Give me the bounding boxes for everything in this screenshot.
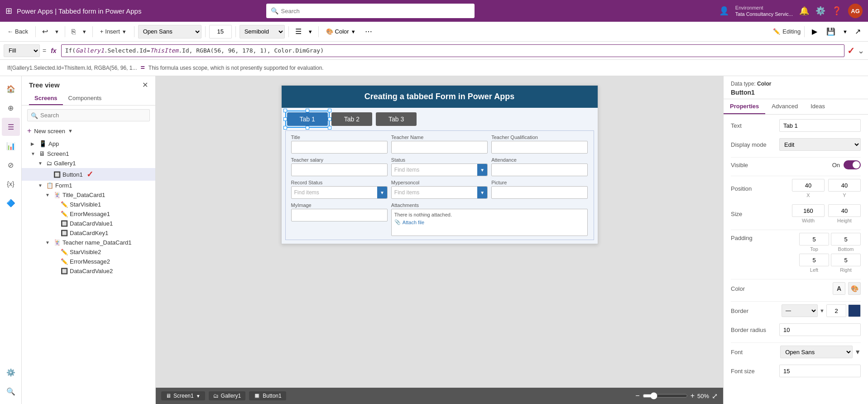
canvas-tab-1[interactable]: Tab 1 <box>287 112 328 126</box>
font-size-prop-input[interactable] <box>779 365 861 377</box>
tree-search-input[interactable] <box>27 109 150 121</box>
field-mypersoncol-dropdown[interactable]: Find items ▼ <box>391 186 488 199</box>
tab-2-button[interactable]: Tab 2 <box>331 112 372 126</box>
nav-icon-media[interactable]: 🔷 <box>2 194 20 212</box>
tree-item-title-datacard1[interactable]: ▼ 🃏 Title_DataCard1 <box>22 190 155 200</box>
position-y-input[interactable] <box>828 179 861 192</box>
border-style-select[interactable]: — <box>782 304 818 317</box>
align-dropdown[interactable]: ▼ <box>306 27 315 36</box>
grid-icon[interactable]: ⊞ <box>5 6 12 16</box>
handle-tl[interactable] <box>283 109 287 112</box>
tab-components[interactable]: Components <box>63 92 107 105</box>
position-x-input[interactable] <box>792 179 825 192</box>
font-select[interactable]: Open Sans <box>138 25 201 38</box>
right-tab-ideas[interactable]: Ideas <box>804 99 831 114</box>
field-teacher-qual-input[interactable] <box>491 141 588 154</box>
font-weight-select[interactable]: Semibold <box>240 25 285 38</box>
insert-button[interactable]: + Insert ▼ <box>96 26 130 37</box>
tree-item-gallery1[interactable]: ▼ 🗂 Gallery1 <box>22 159 155 168</box>
prop-visible-toggle[interactable]: On <box>832 160 861 169</box>
undo-button[interactable]: ↩ <box>39 25 51 38</box>
padding-top-input[interactable] <box>799 233 829 245</box>
bottom-button-tab[interactable]: 🔲 Button1 <box>249 391 286 400</box>
tree-item-form1[interactable]: ▼ 📋 Form1 <box>22 181 155 190</box>
field-teacher-name-input[interactable] <box>391 141 488 154</box>
tab-screens[interactable]: Screens <box>29 92 63 105</box>
right-tab-advanced[interactable]: Advanced <box>765 99 804 114</box>
nav-icon-tree[interactable]: ☰ <box>2 118 20 136</box>
tree-item-starvisible2[interactable]: ✏️ StarVisible2 <box>22 247 155 257</box>
padding-bottom-input[interactable] <box>831 233 861 245</box>
top-search-bar[interactable]: 🔍 <box>266 4 475 18</box>
field-record-status-dropdown[interactable]: Find items ▼ <box>291 186 388 199</box>
border-radius-input[interactable] <box>779 323 861 336</box>
tree-item-errormsg2[interactable]: ✏️ ErrorMessage2 <box>22 257 155 266</box>
tree-item-datacardkey1[interactable]: 🔲 DataCardKey1 <box>22 228 155 238</box>
copy-button[interactable]: ⎘ <box>69 26 78 37</box>
tree-item-app[interactable]: ▶ 📱 App <box>22 139 155 149</box>
formula-property-select[interactable]: Fill <box>4 44 40 57</box>
nav-icon-home[interactable]: 🏠 <box>2 80 20 98</box>
field-salary-input[interactable] <box>291 164 388 176</box>
nav-icon-add[interactable]: ⊕ <box>2 99 20 117</box>
toggle-switch[interactable] <box>844 160 861 169</box>
save-dropdown[interactable]: ▼ <box>841 27 849 36</box>
search-input[interactable] <box>281 8 470 14</box>
field-picture-input[interactable] <box>491 186 588 199</box>
zoom-expand-button[interactable]: ⤢ <box>712 392 718 400</box>
zoom-slider[interactable] <box>643 392 688 399</box>
padding-left-input[interactable] <box>799 254 829 266</box>
back-button[interactable]: ← Back <box>4 26 32 37</box>
handle-tr[interactable] <box>328 109 331 112</box>
handle-mr[interactable] <box>328 117 331 121</box>
avatar[interactable]: AG <box>848 4 863 18</box>
bottom-gallery-tab[interactable]: 🗂 Gallery1 <box>209 391 246 400</box>
tree-item-errormsg1[interactable]: ✏️ ErrorMessage1 <box>22 209 155 219</box>
handle-ml[interactable] <box>283 117 287 121</box>
prop-text-input[interactable] <box>779 119 861 132</box>
tree-item-button1[interactable]: 🔲 Button1 ✓ <box>22 168 155 181</box>
nav-icon-code[interactable]: {x} <box>2 175 20 193</box>
tree-item-datacardvalue1[interactable]: 🔲 DataCardValue1 <box>22 219 155 228</box>
nav-icon-variables[interactable]: ⊘ <box>2 156 20 174</box>
prop-display-mode-select[interactable]: Edit <box>779 138 861 151</box>
copy-dropdown[interactable]: ▼ <box>80 27 89 36</box>
new-screen-btn[interactable]: + New screen ▼ <box>22 125 155 139</box>
preview-button[interactable]: ▶ <box>808 25 821 38</box>
padding-right-input[interactable] <box>831 254 861 266</box>
nav-icon-search-bottom[interactable]: 🔍 <box>2 382 20 400</box>
publish-button[interactable]: ↗ <box>851 25 864 38</box>
size-h-input[interactable] <box>828 204 861 217</box>
align-button[interactable]: ☰ <box>293 25 304 38</box>
tree-item-teachername-datacard1[interactable]: ▼ 🃏 Teacher name_DataCard1 <box>22 238 155 247</box>
formula-input-container[interactable]: If(Gallery1.Selected.Id=ThisItem.Id, RGB… <box>61 44 844 57</box>
attach-link[interactable]: 📎 Attach file <box>394 219 585 225</box>
field-title-input[interactable] <box>291 141 388 154</box>
handle-bl[interactable] <box>283 126 287 130</box>
zoom-plus-button[interactable]: + <box>691 392 695 400</box>
handle-bm[interactable] <box>306 126 309 130</box>
more-button[interactable]: ⋯ <box>361 25 376 38</box>
field-attendance-input[interactable] <box>491 164 588 176</box>
color-swatch[interactable]: A <box>833 282 845 295</box>
help-icon[interactable]: ❓ <box>832 6 842 16</box>
undo-dropdown[interactable]: ▼ <box>53 27 61 36</box>
tree-panel-close[interactable]: ✕ <box>142 81 148 89</box>
handle-tm[interactable] <box>306 109 309 112</box>
field-myimage-input[interactable] <box>291 209 388 221</box>
bottom-screen-tab[interactable]: 🖥 Screen1 ▼ <box>161 391 205 400</box>
font-family-select[interactable]: Open Sans <box>780 346 853 358</box>
border-color-swatch[interactable] <box>848 304 861 317</box>
tree-item-starvisible1[interactable]: ✏️ StarVisible1 <box>22 200 155 209</box>
save-button[interactable]: 💾 <box>823 25 839 38</box>
field-status-dropdown[interactable]: Find items ▼ <box>391 164 488 176</box>
nav-icon-settings-bottom[interactable]: ⚙️ <box>2 363 20 381</box>
bell-icon[interactable]: 🔔 <box>799 6 809 16</box>
right-tab-properties[interactable]: Properties <box>724 99 765 114</box>
tree-item-datacardvalue2[interactable]: 🔲 DataCardValue2 <box>22 266 155 276</box>
nav-icon-data[interactable]: 📊 <box>2 137 20 155</box>
settings-icon[interactable]: ⚙️ <box>815 6 825 16</box>
tree-item-screen1[interactable]: ▼ 🖥 Screen1 <box>22 149 155 159</box>
font-size-input[interactable] <box>209 25 232 38</box>
border-width-input[interactable] <box>826 304 846 317</box>
